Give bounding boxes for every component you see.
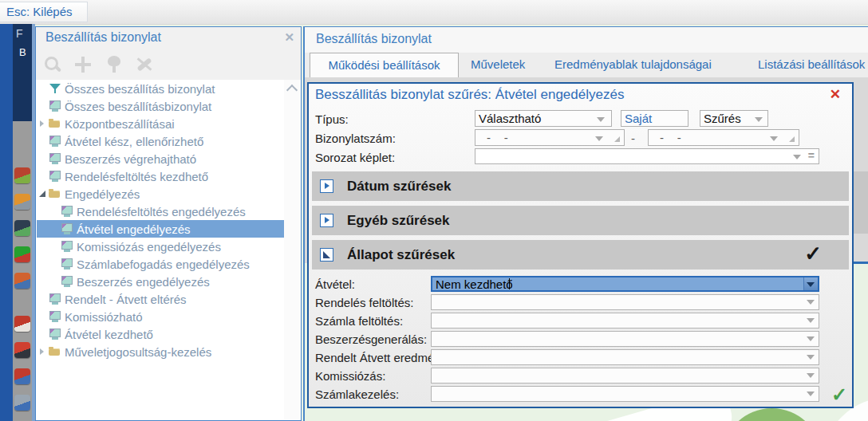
close-icon[interactable]: ✕ [284,30,294,45]
section-label: Egyéb szűrések [347,206,450,235]
tree-item[interactable]: Átvétel kezdhető [37,325,284,343]
settings-tabbar: Működési beállításokMűveletekEredményabl… [305,53,868,77]
tree-item[interactable]: Összes beszállítás bizonylat [37,80,284,97]
panel-title: Beszállítás bizonylat [316,32,432,46]
tree-item[interactable]: Összes beszállításbizonylat [37,97,284,115]
tree-item[interactable]: Engedélyezés [37,185,284,203]
tree-item[interactable]: Rendelt - Átvett eltérés [37,290,284,308]
add-icon[interactable] [73,54,93,75]
chevron-down-icon[interactable] [803,277,818,290]
tree-expander-icon[interactable] [38,115,49,132]
expander-spacer [50,238,61,255]
chevron-down-icon[interactable] [807,373,815,378]
fragment-letter: B [19,46,26,58]
section-label: Dátum szűrések [347,171,451,201]
scroll-up-icon[interactable] [286,85,298,96]
chevron-down-icon[interactable] [807,355,815,360]
expand-section-icon[interactable] [320,179,333,193]
filter-icon [49,82,62,95]
monitor-icon [49,100,62,112]
szures-select[interactable]: Szűrés [700,110,768,127]
status-select[interactable] [431,294,819,310]
monitor-icon [61,205,74,218]
section-checked-icon: ✓ [804,242,822,266]
chevron-down-icon[interactable] [597,117,605,122]
status-select[interactable] [431,386,819,402]
bar-chart-icon[interactable] [14,368,30,384]
tree-item[interactable]: Rendelésfeltöltés engedélyezés [37,203,284,220]
status-select[interactable] [431,313,819,329]
unpin-icon[interactable] [134,54,155,75]
expander-spacer [38,80,49,97]
tools-icon[interactable] [14,395,30,411]
tree-item-label: Számlabefogadás engedélyezés [77,258,250,271]
expand-grip-icon[interactable] [789,136,795,142]
tree-scrollbar[interactable] [284,80,300,419]
tree-icon[interactable] [104,54,124,75]
chevron-down-icon[interactable] [807,300,815,305]
tree-item[interactable]: Beszerzés engedélyezés [37,273,284,290]
coins-icon[interactable] [14,246,30,262]
filter-dialog: Besszállitás bizonylat szűrés: Átvétel e… [307,82,854,408]
expand-grip-icon[interactable] [614,136,620,142]
tree-item-label: Központbeszállításai [65,117,175,131]
tab-mukodesi-beallitasok[interactable]: Működési beállítások [310,53,459,77]
section-header[interactable]: Egyéb szűrések [312,206,849,235]
status-label: Rendelés feltöltés: [315,296,413,309]
tree-expander-icon[interactable] [38,343,49,360]
tree-item[interactable]: Központbeszállításai [37,115,284,132]
tree-item[interactable]: Komissiózás engedélyezés [37,238,284,255]
pallet-boxes-icon[interactable] [14,273,30,289]
bizonylatszam-to-select[interactable]: - - [648,129,799,146]
tree-item[interactable]: Műveletjogosultság-kezelés [37,343,284,360]
tree-item[interactable]: Átvétel kész, ellenőrizhető [37,132,284,150]
status-select[interactable] [431,331,819,347]
section-header[interactable]: Dátum szűrések [312,171,849,201]
collapse-section-icon[interactable] [320,248,333,262]
status-select[interactable]: Nem kezdhető [431,276,819,292]
parts-bin-icon[interactable] [14,167,30,183]
chevron-down-icon[interactable] [807,391,815,396]
close-icon[interactable]: ✕ [830,86,841,103]
chevron-down-icon[interactable] [793,155,801,159]
confirm-check-button[interactable]: ✓ [831,384,847,406]
app-dock [13,121,32,421]
chevron-down-icon[interactable] [755,117,763,122]
tab-listazasi-beallitasok[interactable]: Listázási beállítások [758,57,865,71]
tipus-label: Típus: [315,112,349,126]
esc-exit-button[interactable]: Esc: Kilépés [0,2,88,22]
tree-item[interactable]: Komissiózható [37,308,284,325]
tree-expander-icon[interactable] [38,185,49,203]
expand-section-icon[interactable] [320,214,333,227]
monitor-icon [49,310,62,323]
chevron-down-icon[interactable] [807,318,815,323]
red-book-icon[interactable] [14,342,30,358]
expander-spacer [38,308,49,325]
tree-item[interactable]: Beszerzés végrehajtható [37,150,284,167]
tree-item[interactable]: Átvétel engedélyezés [37,220,284,238]
bizonylatszam-from-select[interactable]: - - [475,129,625,146]
expander-spacer [50,255,61,273]
server-money-icon[interactable] [14,220,30,236]
section-header[interactable]: Állapot szűrések✓ [312,240,849,270]
bizonylatszam-to-value: - - [660,131,681,144]
tree-item[interactable]: Számlabefogadás engedélyezés [37,255,284,273]
status-select[interactable] [431,349,819,365]
tab-muveletek[interactable]: Műveletek [471,57,525,71]
sajat-field[interactable]: Saját [621,110,688,127]
tree-item[interactable]: Rendelésfeltöltés kezdhető [37,167,284,185]
chevron-down-icon[interactable] [770,136,778,141]
tab-eredmenyablak-tulajdonsagai[interactable]: Eredményablak tulajdonságai [554,57,712,71]
search-icon[interactable] [42,54,63,75]
cart-box-icon[interactable] [14,194,30,210]
red-tray-icon[interactable] [14,316,30,332]
chevron-down-icon[interactable] [807,336,815,341]
tipus-select[interactable]: Választható [475,110,612,127]
sorozat-keplet-input[interactable]: = [475,148,819,164]
status-select[interactable] [431,368,819,384]
status-label: Komissiózás: [315,369,385,383]
monitor-icon [49,328,62,340]
chevron-down-icon[interactable] [595,136,603,141]
folder-icon [49,187,62,200]
folder-icon [49,117,62,130]
